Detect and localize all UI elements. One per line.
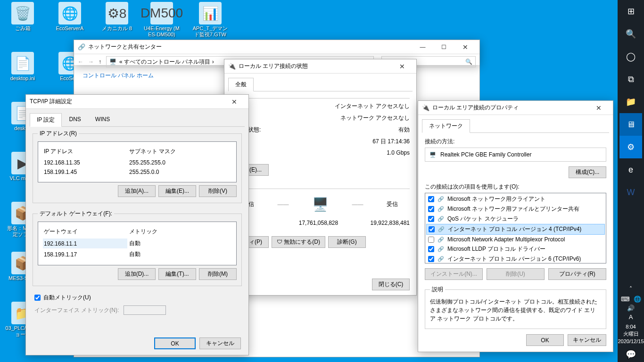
ok-button[interactable]: OK [154, 337, 196, 349]
tab-ip-settings[interactable]: IP 設定 [30, 113, 62, 127]
component-checkbox[interactable] [428, 216, 434, 222]
ip-row[interactable]: 192.168.11.35255.255.255.0 [43, 158, 231, 167]
volume-icon[interactable]: 🔊 [627, 304, 635, 312]
gateway-row[interactable]: 192.168.11.1自動 [43, 239, 231, 248]
explorer-icon[interactable]: 📁 [619, 90, 642, 113]
close-button[interactable]: 閉じる(C) [372, 279, 410, 290]
back-button[interactable]: ← [78, 58, 83, 65]
minimize-button[interactable]: — [412, 40, 433, 54]
adapter-name: Realtek PCIe GBE Family Controller [440, 151, 531, 158]
tab-network[interactable]: ネットワーク [422, 119, 470, 133]
properties-button[interactable]: プロパティ(R) [548, 268, 606, 280]
close-button[interactable]: ✕ [454, 40, 476, 54]
nic-icon: 🔌 [422, 104, 429, 112]
icon-label: APC_T_デマンド監視7.GTW [192, 25, 228, 38]
cancel-button[interactable]: キャンセル [199, 337, 241, 349]
ip-row[interactable]: 158.199.1.45255.255.0.0 [43, 168, 231, 176]
remove-ip-button[interactable]: 削除(V) [199, 185, 237, 197]
network-tray-icon[interactable]: 🌐 [634, 296, 641, 303]
diagnose-button[interactable]: 診断(G) [328, 236, 366, 248]
close-button[interactable]: ✕ [391, 59, 413, 73]
nic-icon: 🔌 [228, 63, 236, 70]
task-view-icon[interactable]: ⧉ [619, 68, 642, 90]
start-button[interactable]: ⊞ [619, 0, 642, 23]
auto-metric-checkbox[interactable]: 自動メトリック(U) [34, 294, 240, 302]
activity-header: 況 [231, 181, 410, 189]
components-list[interactable]: 🔗Microsoft ネットワーク用クライアント🔗Microsoft ネットワー… [425, 193, 606, 263]
add-gateway-button[interactable]: 追加(D)... [118, 268, 156, 280]
gateways-group: デフォルト ゲートウェイ(F): [38, 210, 114, 218]
icon-glyph: DM500 [150, 2, 173, 25]
desktop-icon[interactable]: 🗑️ごみ箱 [5, 2, 41, 32]
component-checkbox[interactable] [428, 196, 434, 202]
forward-button[interactable]: → [88, 58, 94, 65]
description-label: 説明 [430, 286, 445, 294]
lang-icon[interactable]: A [629, 313, 633, 321]
close-button[interactable]: ✕ [588, 101, 609, 115]
component-item[interactable]: 🔗QoS パケット スケジューラ [426, 214, 605, 224]
tray-up-icon[interactable]: ˄ [619, 283, 642, 295]
mask-column: サブネット マスク [128, 146, 231, 157]
cancel-button[interactable]: キャンセル [568, 334, 606, 346]
maximize-button[interactable]: ☐ [433, 40, 454, 54]
word-icon[interactable]: W [619, 181, 642, 204]
desktop-icon[interactable]: 📊APC_T_デマンド監視7.GTW [192, 2, 228, 38]
network-icon: 🔗 [78, 43, 85, 51]
desktop-icon[interactable]: 📄desktop.ini [5, 52, 41, 82]
uninstall-button[interactable]: 削除(U) [487, 268, 545, 280]
tab-dns[interactable]: DNS [62, 113, 88, 127]
disable-button[interactable]: 🛡 無効にする(D) [272, 236, 325, 248]
add-ip-button[interactable]: 追加(A)... [118, 185, 156, 197]
breadcrumb: « すべてのコントロール パネル項目 › [119, 58, 214, 66]
tab-wins[interactable]: WINS [88, 113, 117, 127]
icon-label: EcoServerA [52, 25, 88, 32]
desktop-icon[interactable]: DM500U4E-Energy (MES-DM500) [144, 2, 180, 38]
component-checkbox[interactable] [429, 226, 435, 232]
component-item[interactable]: 🔗インターネット プロトコル バージョン 4 (TCP/IPv4) [426, 224, 605, 235]
app-icon[interactable]: ⚙ [619, 136, 642, 158]
metric-column: メトリック [128, 226, 231, 238]
component-icon: 🔗 [437, 246, 445, 253]
icon-label: ごみ箱 [5, 25, 41, 32]
taskbar: ⊞ 🔍 ◯ ⧉ 📁 🖥 ⚙ e W ˄ ⌨🌐 🔊 A 8:04 火曜日 2020… [618, 0, 644, 362]
ok-button[interactable]: OK [526, 334, 564, 346]
edit-ip-button[interactable]: 編集(E)... [158, 185, 196, 197]
component-item[interactable]: 🔗Microsoft ネットワーク用ファイルとプリンター共有 [426, 204, 605, 214]
component-label: Microsoft ネットワーク用クライアント [447, 195, 545, 203]
component-checkbox[interactable] [428, 237, 434, 243]
search-icon: 🔍 [465, 58, 472, 65]
tab-general[interactable]: 全般 [228, 78, 254, 91]
adapter-icon: 🖥️ [429, 151, 437, 158]
up-button[interactable]: ↑ [99, 58, 101, 65]
speed-value: 1.0 Gbps [387, 149, 410, 157]
search-icon[interactable]: 🔍 [619, 23, 642, 45]
icon-label: desktop.ini [5, 75, 41, 82]
ip-column: IP アドレス [43, 146, 127, 157]
component-item[interactable]: 🔗インターネット プロトコル バージョン 6 (TCP/IPv6) [426, 254, 605, 263]
recv-bytes: 19,922,838,481 [371, 220, 410, 228]
cortana-icon[interactable]: ◯ [619, 45, 642, 68]
desktop-icon[interactable]: ⚙8メカニカル 8 [99, 2, 135, 32]
folder-icon: 🖥️ [109, 58, 116, 65]
close-button[interactable]: ✕ [223, 95, 245, 108]
install-button[interactable]: インストール(N)... [425, 268, 483, 280]
component-item[interactable]: 🔗Microsoft LLDP プロトコル ドライバー [426, 244, 605, 254]
ime-icon[interactable]: ⌨ [621, 296, 630, 303]
app-icon[interactable]: 🖥 [619, 113, 642, 136]
component-checkbox[interactable] [428, 206, 434, 212]
component-item[interactable]: 🔗Microsoft ネットワーク用クライアント [426, 194, 605, 204]
action-center-icon[interactable]: 💬 [619, 347, 642, 362]
component-label: Microsoft Network Adapter Multiplexor Pr… [447, 236, 565, 243]
component-checkbox[interactable] [428, 246, 434, 252]
remove-gateway-button[interactable]: 削除(M) [199, 268, 237, 280]
edit-gateway-button[interactable]: 編集(T)... [158, 268, 196, 280]
component-icon: 🔗 [437, 206, 445, 213]
component-label: Microsoft LLDP プロトコル ドライバー [447, 245, 545, 253]
gateway-row[interactable]: 158.199.1.17自動 [43, 249, 231, 259]
ie-icon[interactable]: e [619, 158, 642, 181]
component-checkbox[interactable] [428, 256, 434, 262]
component-item[interactable]: 🔗Microsoft Network Adapter Multiplexor P… [426, 235, 605, 244]
configure-button[interactable]: 構成(C)... [569, 166, 606, 178]
desktop-icon[interactable]: 🌐EcoServerA [52, 2, 88, 32]
clock[interactable]: 8:04 火曜日 2020/12/15 [618, 321, 644, 347]
